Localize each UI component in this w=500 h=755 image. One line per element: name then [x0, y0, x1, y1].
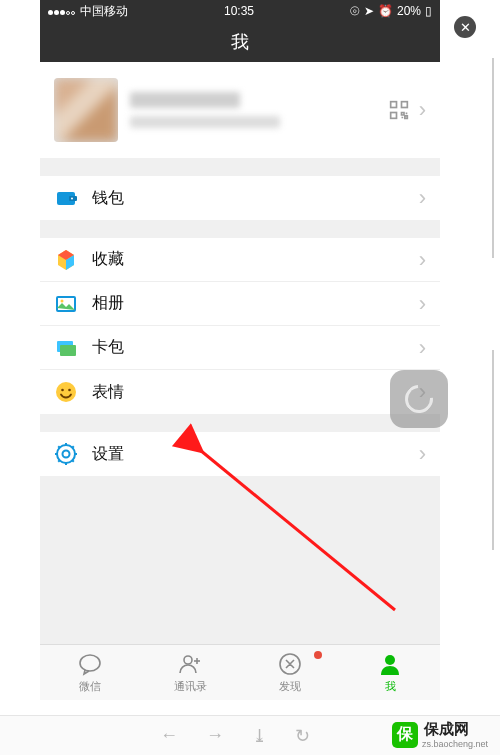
emoji-icon [54, 380, 78, 404]
scroll-indicator [492, 350, 494, 550]
menu-label: 卡包 [92, 337, 419, 358]
menu-label: 相册 [92, 293, 419, 314]
svg-point-24 [184, 656, 192, 664]
scroll-indicator [492, 58, 494, 258]
nav-bar: 我 [40, 22, 440, 62]
svg-point-23 [80, 655, 100, 671]
back-icon[interactable]: ← [160, 725, 178, 746]
chevron-right-icon: › [419, 443, 426, 465]
contacts-tab-icon [177, 651, 203, 677]
watermark-url: zs.baocheng.net [422, 739, 488, 749]
download-icon[interactable]: ⤓ [252, 725, 267, 747]
tab-bar: 微信通讯录发现我 [40, 644, 440, 700]
tab-discover[interactable]: 发现 [240, 645, 340, 700]
chat-tab-icon [77, 651, 103, 677]
card-icon [54, 336, 78, 360]
settings-icon [54, 442, 78, 466]
carrier-label: 中国移动 [80, 3, 128, 20]
svg-rect-2 [390, 113, 396, 119]
tab-label: 通讯录 [174, 679, 207, 694]
menu-row-card[interactable]: 卡包› [40, 326, 440, 370]
lock-icon: ⦾ [350, 4, 360, 18]
watermark-brand: 保成网 [424, 720, 488, 739]
status-bar: 中国移动 10:35 ⦾ ➤ ⏰ 20% ▯ [40, 0, 440, 22]
menu-row-wallet[interactable]: 钱包› [40, 176, 440, 220]
discover-tab-icon [277, 651, 303, 677]
svg-point-5 [71, 198, 73, 200]
chevron-right-icon: › [419, 293, 426, 315]
svg-rect-9 [60, 345, 76, 356]
menu-row-emoji[interactable]: 表情› [40, 370, 440, 414]
me-tab-icon [377, 651, 403, 677]
chevron-right-icon: › [419, 337, 426, 359]
phone-screen: 中国移动 10:35 ⦾ ➤ ⏰ 20% ▯ 我 › [40, 0, 440, 700]
qr-icon[interactable] [389, 100, 409, 120]
refresh-icon[interactable]: ↻ [295, 725, 310, 747]
svg-rect-1 [401, 102, 407, 108]
tab-label: 微信 [79, 679, 101, 694]
chevron-right-icon: › [419, 249, 426, 271]
avatar [54, 78, 118, 142]
forward-icon[interactable]: → [206, 725, 224, 746]
loading-icon [399, 379, 438, 418]
discover-badge [314, 651, 322, 659]
svg-rect-0 [390, 102, 396, 108]
menu-label: 设置 [92, 444, 419, 465]
profile-name-blur [130, 92, 240, 108]
svg-point-7 [61, 299, 64, 302]
menu-label: 表情 [92, 382, 419, 403]
tab-me[interactable]: 我 [340, 645, 440, 700]
signal-dots-icon [48, 4, 76, 18]
chevron-right-icon: › [419, 99, 426, 121]
svg-point-11 [61, 389, 64, 392]
alarm-icon: ⏰ [378, 4, 393, 18]
menu-label: 收藏 [92, 249, 419, 270]
menu-label: 钱包 [92, 188, 419, 209]
menu-row-fav[interactable]: 收藏› [40, 238, 440, 282]
close-button[interactable]: ✕ [454, 16, 476, 38]
battery-pct: 20% [397, 4, 421, 18]
tab-chat[interactable]: 微信 [40, 645, 140, 700]
battery-icon: ▯ [425, 4, 432, 18]
location-icon: ➤ [364, 4, 374, 18]
tab-contacts[interactable]: 通讯录 [140, 645, 240, 700]
svg-point-12 [68, 389, 71, 392]
wallet-icon [54, 186, 78, 210]
tab-label: 发现 [279, 679, 301, 694]
menu-row-album[interactable]: 相册› [40, 282, 440, 326]
profile-id-blur [130, 116, 280, 128]
album-icon [54, 292, 78, 316]
svg-point-28 [385, 655, 395, 665]
menu-row-settings[interactable]: 设置› [40, 432, 440, 476]
watermark: 保 保成网 zs.baocheng.net [392, 720, 488, 749]
profile-row[interactable]: › [40, 62, 440, 158]
svg-point-10 [56, 382, 76, 402]
clock: 10:35 [224, 4, 254, 18]
watermark-logo-icon: 保 [392, 722, 418, 748]
page-title: 我 [231, 30, 249, 54]
tab-label: 我 [385, 679, 396, 694]
svg-point-14 [63, 451, 70, 458]
assistive-touch[interactable] [390, 370, 448, 428]
fav-icon [54, 248, 78, 272]
chevron-right-icon: › [419, 187, 426, 209]
